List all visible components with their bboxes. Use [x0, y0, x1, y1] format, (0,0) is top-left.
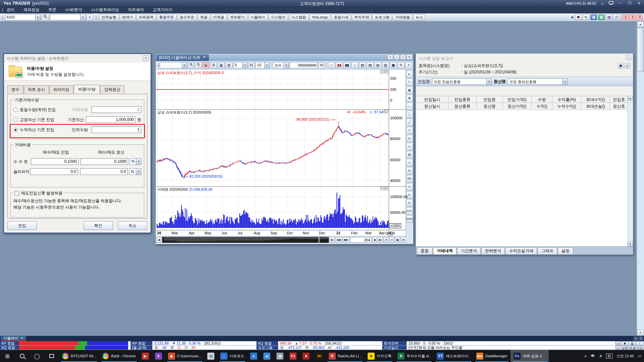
- more-arrow-icon[interactable]: ▶: [572, 15, 574, 19]
- nav-diamond-icon[interactable]: ◆: [372, 237, 377, 243]
- clock[interactable]: 오전 11:46: [616, 354, 634, 358]
- column-header-수량[interactable]: 수량: [532, 96, 552, 103]
- zoom-plus-icon[interactable]: ⊕: [384, 237, 389, 243]
- menu-item-0[interactable]: 관리: [7, 7, 15, 13]
- table-scrollbar[interactable]: ▲ ▼: [628, 96, 633, 246]
- zoom-in-icon[interactable]: [188, 62, 195, 68]
- scale-icon[interactable]: ↕: [351, 62, 358, 68]
- chevron-down-icon[interactable]: ▼: [182, 62, 187, 68]
- column-header-청산가격()[interactable]: 청산가격(): [503, 103, 532, 110]
- close-nav-icon[interactable]: ⊠: [401, 237, 406, 243]
- panel-minimize-icon[interactable]: ─: [380, 187, 384, 190]
- report-tab-수익손실거래[interactable]: 수익손실거래: [505, 247, 537, 254]
- column-header-누적수익()[interactable]: 누적수익(): [552, 103, 581, 110]
- dialog-tab-0[interactable]: 변수: [7, 85, 23, 94]
- unit-qty-input[interactable]: [92, 126, 141, 133]
- lookup-chart-icon[interactable]: ▤: [367, 62, 374, 68]
- chevron-down-icon[interactable]: ▼: [283, 62, 288, 68]
- taskbar-app-internet-explorer[interactable]: e: [247, 350, 260, 362]
- memo-icon[interactable]: ▤: [629, 342, 636, 345]
- search-icon[interactable]: [15, 350, 30, 362]
- chevron-down-icon[interactable]: ▼: [264, 62, 269, 68]
- slippage-entry-input[interactable]: [30, 168, 78, 175]
- slippage-exit-input[interactable]: [80, 168, 128, 175]
- restore-button[interactable]: ❐: [627, 1, 633, 6]
- toolbar-button-0[interactable]: 전략실행: [99, 14, 119, 20]
- trade-qty-input[interactable]: [92, 106, 141, 113]
- nav-end-icon[interactable]: ▶|: [378, 237, 383, 243]
- taskbar-app-C:\Users\use...[interactable]: ◆C:\Users\use...: [165, 350, 205, 362]
- fibo-tool-icon[interactable]: f/R: [406, 175, 413, 182]
- draw-tool-icon[interactable]: ✎: [406, 78, 413, 86]
- toolbar-button-12[interactable]: 종합시세: [331, 14, 351, 20]
- toolbar-button-4[interactable]: 원샷주문: [177, 14, 197, 20]
- task-view-icon[interactable]: [44, 350, 59, 362]
- dialog-tab-1[interactable]: 차트 표시: [24, 85, 49, 94]
- menu-item-5[interactable]: 차트쉐어: [128, 7, 144, 13]
- scroll-up-icon[interactable]: ▲: [637, 21, 644, 27]
- taskbar-app-youtube[interactable]: ▶: [139, 350, 152, 362]
- chevron-down-icon[interactable]: ▼: [80, 14, 85, 20]
- report-tab-종합[interactable]: 종합: [417, 247, 432, 254]
- column-header-진입효[interactable]: 진입효: [610, 96, 628, 103]
- nav-fast-left-icon[interactable]: ◀◀: [335, 237, 342, 243]
- nav-left-icon[interactable]: ◀: [157, 237, 161, 243]
- layout-grid-icon[interactable]: ▦: [598, 14, 605, 20]
- printer-icon[interactable]: ⎚: [613, 14, 620, 20]
- dialog-tab-4[interactable]: 강제청산: [100, 85, 124, 94]
- bar-count-input[interactable]: [350, 237, 372, 243]
- menu-item-4[interactable]: 시스템트레이딩: [91, 7, 119, 13]
- report-tab-전략분석[interactable]: 전략분석: [481, 247, 505, 254]
- period-button-분[interactable]: 분: [225, 62, 232, 68]
- column-header-수익()[interactable]: 수익(): [532, 103, 552, 110]
- settings-button[interactable]: 설정: [621, 346, 628, 350]
- scroll-thumb[interactable]: [637, 28, 644, 71]
- note-tool-icon[interactable]: N: [406, 167, 413, 174]
- close-icon[interactable]: ✕: [203, 55, 206, 61]
- period-button-일[interactable]: 일: [202, 62, 209, 68]
- close-icon[interactable]: ✕: [143, 55, 149, 61]
- vline-tool-icon[interactable]: │: [406, 111, 413, 118]
- restore-chart-icon[interactable]: ▥: [374, 62, 381, 68]
- taskbar-app-DataManager[interactable]: dmDataManager: [473, 350, 511, 362]
- bar-blue-icon[interactable]: ▮▮: [343, 62, 351, 68]
- screen-icon[interactable]: ▣: [590, 14, 597, 20]
- grid-tool-icon[interactable]: ▦: [406, 86, 413, 94]
- report-tab-거래내역[interactable]: 거래내역: [433, 247, 457, 254]
- taskbar-app-BTCUSDT 60...[interactable]: BTCUSDT 60...: [59, 350, 99, 362]
- parallel-tool-icon[interactable]: //: [406, 183, 413, 190]
- pointer-tool-icon[interactable]: ▸: [406, 70, 413, 78]
- chevron-down-icon[interactable]: ▼: [616, 341, 621, 345]
- gear-icon[interactable]: ✱: [621, 342, 628, 345]
- gear-icon[interactable]: ✱: [575, 14, 582, 20]
- ok-button[interactable]: 확인: [84, 221, 113, 230]
- notification-icon[interactable]: ▭: [638, 354, 641, 358]
- stock-code-combo[interactable]: 6102 ▼: [5, 14, 41, 20]
- toolbar-button-14[interactable]: 프로그램: [372, 14, 392, 20]
- save-icon[interactable]: ▣: [618, 63, 624, 68]
- close-icon[interactable]: ✕: [21, 337, 23, 340]
- dialog-tab-2[interactable]: 피라미딩: [49, 85, 73, 94]
- toolbar-button-2[interactable]: 파워종목: [137, 14, 156, 20]
- close-button[interactable]: ✕: [636, 1, 642, 6]
- period-number-combo[interactable]: 5 ▼: [233, 62, 248, 68]
- maximize-button[interactable]: □: [400, 55, 406, 60]
- column-header-청산명[interactable]: 청산명: [477, 103, 503, 110]
- menu-item-1[interactable]: 계좌정보: [23, 7, 40, 13]
- toolbar-button-11[interactable]: YesLangu: [310, 14, 331, 20]
- hline-tool-icon[interactable]: ─: [406, 103, 413, 110]
- close-icon[interactable]: ✕: [626, 55, 631, 60]
- dialog-tab-3[interactable]: 비용/수량: [74, 85, 100, 94]
- panel-restore-icon[interactable]: □: [384, 110, 388, 113]
- column-header-진입명[interactable]: 진입명: [477, 96, 503, 103]
- close-button[interactable]: ✕: [407, 55, 412, 60]
- exit-signal-combo[interactable]: 모든 청산신호명 ▼: [508, 78, 568, 85]
- radio-cumulative-asset[interactable]: [13, 128, 18, 132]
- toolbar-button-13[interactable]: 투자주체: [352, 14, 371, 20]
- taskbar-app-Raichu A4 Li...[interactable]: RRaichu A4 Li...: [326, 350, 365, 362]
- column-header-청산효[interactable]: 청산효: [610, 103, 628, 110]
- profit-panel[interactable]: 삼성 슈퍼트랜드(3,7)_수익 2020/03/05 0 ─✕: [156, 70, 389, 109]
- menu-item-3[interactable]: 시세/분석: [65, 7, 82, 13]
- column-header-청산종류[interactable]: 청산종류: [448, 103, 477, 110]
- chevron-down-icon[interactable]: ▼: [242, 62, 247, 68]
